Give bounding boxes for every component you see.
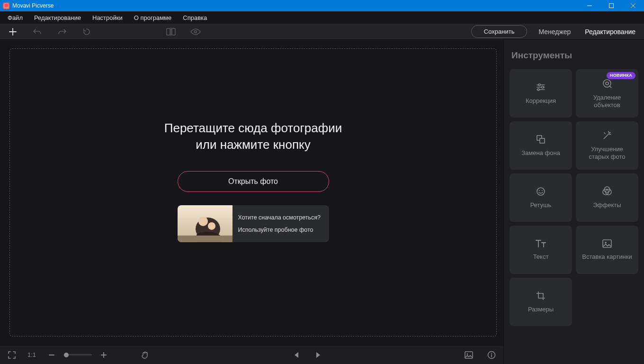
menu-settings[interactable]: Настройки [88, 13, 127, 23]
venn-icon [602, 186, 612, 197]
tool-object-removal[interactable]: НОВИНКА Удаление объектов [576, 69, 638, 118]
redo-button[interactable] [54, 25, 70, 38]
fullscreen-button[interactable] [5, 349, 19, 361]
pan-button[interactable] [138, 349, 152, 361]
menubar: Файл Редактирование Настройки О программ… [0, 11, 644, 24]
dropzone[interactable]: Перетащите сюда фотографииили нажмите кн… [9, 48, 497, 337]
svg-rect-22 [603, 240, 611, 247]
compare-button[interactable] [163, 25, 179, 38]
tool-effects[interactable]: Эффекты [576, 173, 638, 222]
svg-point-7 [208, 222, 215, 230]
svg-rect-15 [540, 138, 545, 143]
svg-point-13 [606, 82, 608, 85]
svg-rect-2 [172, 28, 175, 35]
reset-button[interactable] [79, 25, 95, 38]
app-title: Movavi Picverse [12, 2, 54, 9]
window-maximize-button[interactable] [600, 0, 622, 11]
tool-resize[interactable]: Размеры [510, 278, 572, 326]
save-button[interactable]: Сохранить [471, 25, 528, 38]
window-close-button[interactable] [622, 0, 644, 11]
dropzone-title: Перетащите сюда фотографииили нажмите кн… [88, 120, 419, 153]
tool-insert-image[interactable]: Вставка картинки [576, 226, 638, 274]
svg-point-6 [198, 217, 208, 226]
titlebar: Movavi Picverse [0, 0, 644, 11]
svg-rect-1 [167, 28, 170, 35]
window-minimize-button[interactable] [579, 0, 600, 11]
svg-point-27 [491, 353, 492, 354]
svg-point-16 [537, 188, 545, 195]
target-remove-icon [601, 78, 613, 89]
gallery-button[interactable] [462, 349, 476, 361]
workspace: Перетащите сюда фотографииили нажмите кн… [0, 40, 503, 345]
undo-button[interactable] [29, 25, 45, 38]
tool-correction[interactable]: Коррекция [510, 69, 572, 118]
zoom-out-button[interactable] [45, 349, 59, 361]
sample-action: Используйте пробное фото [238, 227, 323, 233]
statusbar: 1:1 [0, 345, 503, 364]
tool-old-photo-enhance[interactable]: Улучшение старых фото [576, 121, 638, 170]
tool-retouch[interactable]: Ретушь [510, 173, 572, 222]
zoom-slider[interactable] [63, 354, 92, 355]
smile-icon [536, 186, 546, 197]
tool-background-replace[interactable]: Замена фона [510, 121, 572, 170]
sample-thumb-icon [178, 205, 233, 242]
wand-icon [602, 130, 612, 141]
preview-button[interactable] [188, 25, 204, 38]
menu-about[interactable]: О программе [129, 13, 177, 23]
add-button[interactable] [5, 25, 21, 38]
menu-help[interactable]: Справка [178, 13, 212, 23]
svg-point-18 [542, 190, 543, 191]
sample-photo-card[interactable]: Хотите сначала осмотреться? Используйте … [178, 205, 329, 242]
zoom-in-button[interactable] [97, 349, 111, 361]
svg-point-25 [466, 353, 468, 355]
svg-point-10 [542, 86, 544, 88]
menu-edit[interactable]: Редактирование [29, 13, 86, 23]
prev-button[interactable] [289, 349, 304, 361]
crop-icon [536, 291, 546, 301]
info-button[interactable] [484, 349, 499, 361]
svg-rect-8 [178, 236, 233, 242]
tool-text[interactable]: Текст [510, 226, 572, 274]
tools-panel: Инструменты Коррекция НОВИНКА Удаление о… [503, 40, 644, 364]
toolbar: Сохранить Менеджер Редактирование [0, 24, 644, 40]
tools-panel-title: Инструменты [511, 50, 636, 61]
svg-point-9 [538, 84, 540, 86]
svg-point-11 [537, 89, 539, 91]
scale-label[interactable]: 1:1 [26, 351, 38, 358]
svg-point-3 [195, 30, 197, 33]
app-icon [3, 2, 9, 9]
layers-icon [536, 134, 546, 145]
svg-rect-0 [609, 4, 614, 8]
mode-manager-tab[interactable]: Менеджер [536, 26, 573, 37]
mode-editor-tab[interactable]: Редактирование [582, 26, 638, 37]
sliders-icon [536, 82, 546, 92]
text-icon [535, 239, 546, 248]
sample-question: Хотите сначала осмотреться? [238, 214, 323, 221]
menu-file[interactable]: Файл [3, 13, 27, 23]
new-badge: НОВИНКА [607, 72, 635, 79]
svg-point-23 [605, 242, 607, 244]
next-button[interactable] [311, 349, 325, 361]
open-photo-button[interactable]: Открыть фото [178, 171, 329, 192]
svg-point-17 [539, 190, 540, 191]
image-icon [602, 239, 612, 248]
